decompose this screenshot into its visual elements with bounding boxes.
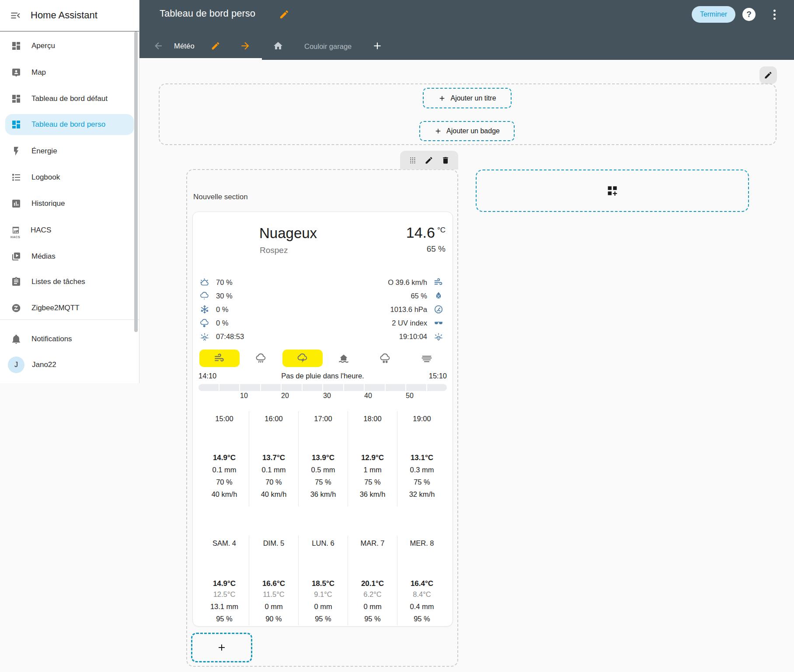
forecast-precip: 0.3 mm [410,465,434,475]
scale-tick: 30 [323,392,331,400]
menu-toggle-icon[interactable] [10,10,21,21]
tab-home-icon[interactable] [273,41,283,51]
delete-section-trash-icon[interactable] [441,156,450,165]
forecast-precip: 0.1 mm [212,465,236,475]
forecast-high: 18.5°C [312,578,334,589]
forecast-wind: 36 km/h [360,489,386,499]
lightning-rainy-icon [296,352,309,364]
precipitation-scale: 10 20 30 40 50 [198,392,447,401]
forecast-temp: 12.9°C [361,453,384,463]
sidebar-item-apercu[interactable]: Aperçu [5,35,134,56]
daily-column: MAR. 7 20.1°C 6.2°C 0 mm 95 % [348,536,397,625]
condition-toggle-row [199,350,447,367]
sidebar-item-notifications[interactable]: Notifications [5,329,134,350]
hacs-mini-label: HACS [10,236,20,239]
edit-view-pencil-icon[interactable] [211,41,220,51]
forecast-high: 16.6°C [262,578,285,589]
daily-forecast: SAM. 4 14.9°C 12.5°C 13.1 mm 95 % DIM. 5… [200,536,446,625]
hourly-column: 15:00 14.9°C 0.1 mm 70 % 40 km/h [200,411,249,506]
pencil-icon [764,71,773,80]
forecast-day: MAR. 7 [360,538,384,548]
add-card-icon [606,185,618,197]
forecast-high: 14.9°C [213,578,236,589]
sidebar-item-label: Historique [31,199,65,208]
edit-dashboard-button[interactable] [759,66,777,84]
drag-handle-icon[interactable] [408,156,417,165]
daily-column: LUN. 6 18.5°C 9.1°C 0 mm 95 % [298,536,348,625]
attribute-snow-probability: 0 % [199,318,228,328]
forecast-precip: 1 mm [363,465,381,475]
overflow-menu-icon[interactable] [770,8,778,21]
attribute-value: 1013.6 hPa [390,305,427,314]
sidebar-item-label: Aperçu [31,42,55,50]
plus-icon [438,94,446,102]
weather-humidity: 65 % [427,244,446,254]
pouring-toggle[interactable] [241,350,281,367]
sidebar-item-label: Tableau de bord défaut [31,94,108,103]
sidebar-item-tableau-perso[interactable]: Tableau de bord perso [5,114,134,135]
plus-icon [216,642,227,653]
forecast-time: 17:00 [314,414,332,424]
sidebar-item-zigbee2mqtt[interactable]: Zigbee2MQTT [5,298,134,319]
map-person-icon [11,67,21,78]
daily-column: SAM. 4 14.9°C 12.5°C 13.1 mm 95 % [200,536,249,625]
forecast-time: 15:00 [215,414,233,424]
attribute-cloud-coverage: 70 % [199,277,233,288]
rain-probability-icon [199,291,210,301]
sidebar-item-logbook[interactable]: Logbook [5,167,134,188]
done-button[interactable]: Terminer [692,6,735,23]
edit-section-pencil-icon[interactable] [425,156,433,165]
list-icon [11,172,21,183]
precip-start-time: 14:10 [198,372,216,380]
sunrise-icon [199,331,210,342]
sidebar-item-label: Logbook [31,173,60,182]
windy-icon [213,352,226,364]
forecast-humidity: 75 % [364,477,381,487]
hourly-column: 17:00 13.9°C 0.5 mm 75 % 36 km/h [298,411,348,506]
attribute-pressure: 1013.6 hPa [390,304,444,315]
precipitation-times: 14:10 Pas de pluie dans l'heure. 15:10 [198,372,447,380]
sidebar-item-medias[interactable]: Médias [5,246,134,267]
move-view-right-icon[interactable] [240,40,251,52]
flood-toggle[interactable] [324,350,364,367]
add-title-button[interactable]: Ajouter un titre [423,88,512,108]
attribute-wind: O 39.6 km/h [388,277,444,288]
snowy-toggle[interactable] [365,350,405,367]
scale-tick: 50 [406,392,414,400]
scale-tick: 40 [364,392,372,400]
add-badge-button[interactable]: Ajouter un badge [419,121,515,141]
sidebar-item-listes-taches[interactable]: Listes de tâches [5,271,134,292]
move-view-left-icon[interactable] [153,41,164,51]
forecast-temp: 13.9°C [312,453,334,463]
tab-meteo[interactable]: Météo [174,42,195,50]
sidebar-divider [0,319,139,320]
sidebar-item-hacs[interactable]: HACS HACS [5,220,134,241]
sidebar-item-tableau-defaut[interactable]: Tableau de bord défaut [5,88,134,109]
forecast-precip: 13.1 mm [210,602,238,612]
sidebar-header: Home Assistant [0,0,139,31]
sidebar-scrollbar[interactable] [134,31,138,332]
forecast-day: DIM. 5 [263,538,285,548]
fog-toggle[interactable] [407,350,447,367]
weather-card[interactable]: Nuageux Rospez 14.6°C 65 % 70 % 30 % 0 %… [192,211,453,627]
add-card-button[interactable] [191,633,252,662]
flood-icon [338,352,350,364]
sidebar-item-energie[interactable]: Énergie [5,141,134,162]
help-icon[interactable]: ? [742,8,756,21]
sidebar-item-map[interactable]: Map [5,62,134,83]
fog-icon [421,352,433,364]
dashboard-icon [11,119,21,130]
windy-toggle[interactable] [199,350,240,367]
hourly-forecast: 15:00 14.9°C 0.1 mm 70 % 40 km/h 16:00 1… [200,411,446,506]
edit-title-pencil-icon[interactable] [279,9,289,20]
forecast-precip: 0 mm [314,602,332,612]
empty-section-add-area[interactable] [476,170,749,212]
attribute-uv-index: 2 UV index [392,318,444,328]
add-view-icon[interactable] [372,40,383,52]
tab-couloir-garage[interactable]: Couloir garage [304,42,352,51]
forecast-low: 11.5°C [263,589,284,599]
lightning-rainy-toggle[interactable] [282,350,323,367]
sidebar-item-user[interactable]: J Jano22 [5,354,134,375]
forecast-precip: 0 mm [363,602,381,612]
sidebar-item-historique[interactable]: Historique [5,193,134,214]
